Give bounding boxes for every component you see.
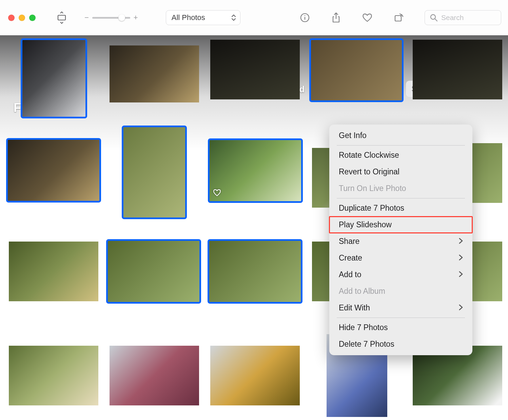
menu-item-add-to[interactable]: Add to <box>329 266 472 283</box>
photo-thumbnail[interactable] <box>7 139 100 201</box>
updown-chevron-icon <box>231 14 236 21</box>
search-field[interactable] <box>425 10 501 25</box>
menu-item-duplicate[interactable]: Duplicate 7 Photos <box>329 200 472 216</box>
photo-thumbnail[interactable] <box>209 241 301 302</box>
menu-item-rotate[interactable]: Rotate Clockwise <box>329 147 472 164</box>
zoom-slider[interactable] <box>92 17 130 19</box>
heart-icon <box>362 13 373 22</box>
zoom-out-label[interactable]: − <box>84 13 89 22</box>
svg-rect-5 <box>395 16 401 21</box>
menu-item-play-slideshow[interactable]: Play Slideshow <box>329 216 472 233</box>
zoom-in-label[interactable]: + <box>134 13 138 22</box>
close-window-button[interactable] <box>8 15 15 21</box>
minimize-window-button[interactable] <box>19 15 25 21</box>
rotate-icon <box>393 12 404 23</box>
zoom-slider-thumb[interactable] <box>118 14 125 21</box>
photo-thumbnail[interactable] <box>123 127 185 218</box>
photo-thumbnail[interactable] <box>110 45 199 102</box>
svg-point-6 <box>431 15 435 19</box>
menu-item-create[interactable]: Create <box>329 250 472 266</box>
share-button[interactable] <box>328 12 345 23</box>
chevron-right-icon <box>459 237 463 246</box>
context-menu: Get Info Rotate Clockwise Revert to Orig… <box>329 125 472 355</box>
view-filter-select[interactable]: All Photos <box>166 10 240 25</box>
menu-item-hide[interactable]: Hide 7 Photos <box>329 319 472 336</box>
fullscreen-window-button[interactable] <box>29 15 36 21</box>
favorite-button[interactable] <box>359 13 376 22</box>
info-icon <box>300 13 310 23</box>
menu-item-live-photo: Turn On Live Photo <box>329 180 472 197</box>
zoom-slider-group: − + <box>84 13 138 22</box>
menu-item-get-info[interactable]: Get Info <box>329 127 472 144</box>
photo-thumbnail[interactable] <box>108 241 200 302</box>
photo-thumbnail[interactable] <box>209 140 301 202</box>
photo-thumbnail[interactable] <box>210 40 300 99</box>
photo-thumbnail[interactable] <box>210 346 300 405</box>
view-filter-label: All Photos <box>172 13 205 22</box>
menu-separator <box>337 318 465 318</box>
menu-item-delete[interactable]: Delete 7 Photos <box>329 336 472 352</box>
menu-separator <box>337 145 465 146</box>
photo-thumbnail[interactable] <box>311 40 402 101</box>
svg-line-7 <box>435 19 437 21</box>
menu-item-share[interactable]: Share <box>329 233 472 250</box>
window-controls <box>8 15 36 21</box>
photo-grid: Feb 23, 2021 7 Photos Selected Showing: … <box>0 35 508 420</box>
photo-thumbnail[interactable] <box>9 242 98 301</box>
photo-thumbnail[interactable] <box>413 40 502 99</box>
chevron-right-icon <box>459 253 463 263</box>
search-input[interactable] <box>441 14 496 22</box>
photo-thumbnail[interactable] <box>22 40 86 117</box>
menu-item-revert[interactable]: Revert to Original <box>329 164 472 180</box>
toolbar: − + All Photos <box>0 0 508 35</box>
share-icon <box>331 12 341 23</box>
photo-thumbnail[interactable] <box>110 346 199 405</box>
svg-rect-0 <box>58 15 65 20</box>
search-icon <box>430 14 438 22</box>
menu-item-edit-with[interactable]: Edit With <box>329 300 472 316</box>
aspect-toggle-button[interactable] <box>53 12 70 24</box>
photo-thumbnail[interactable] <box>9 346 98 405</box>
chevron-right-icon <box>459 303 463 312</box>
svg-point-3 <box>305 15 305 16</box>
aspect-icon <box>57 12 66 24</box>
info-button[interactable] <box>296 13 313 23</box>
menu-separator <box>337 198 465 198</box>
chevron-right-icon <box>459 270 463 279</box>
favorite-badge-icon <box>213 189 221 198</box>
rotate-button[interactable] <box>390 12 407 23</box>
menu-item-add-to-album: Add to Album <box>329 283 472 300</box>
